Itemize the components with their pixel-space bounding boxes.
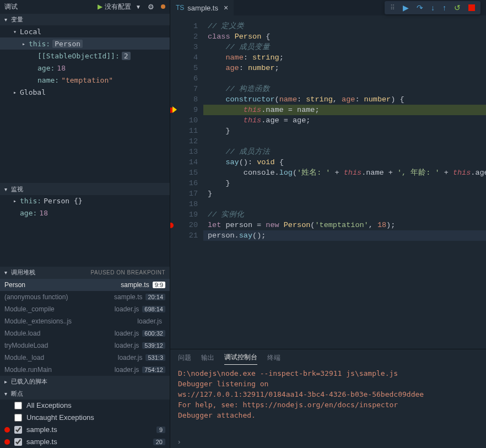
execution-pointer-icon [172, 106, 177, 113]
callstack-frame[interactable]: Personsample.ts9:9 [0, 279, 170, 291]
code-line[interactable]: } [208, 126, 486, 136]
console-line: D:\nodejs\node.exe --inspect-brk=32911 j… [178, 368, 478, 379]
callstack-frame[interactable]: Module.runMainloader.js754:12 [0, 364, 170, 376]
code-line[interactable]: age: number; [208, 63, 486, 73]
debug-toolbar[interactable]: ⠿ ▶ ↷ ↓ ↑ ↺ [385, 1, 480, 14]
breakpoint-item[interactable]: sample.ts20 [0, 436, 170, 448]
config-dropdown-icon[interactable]: ▼ [136, 4, 141, 10]
console-line: For help, see: https://nodejs.org/en/doc… [178, 400, 478, 410]
console-line: Debugger attached. [178, 410, 478, 420]
breakpoints-section-label: 断点 [11, 390, 23, 398]
breakpoint-dot-icon [4, 439, 10, 445]
var-name[interactable]: name:"temptation" [0, 74, 170, 86]
start-debug-icon[interactable]: ▶ [98, 3, 102, 10]
debug-console-prompt[interactable]: › [170, 435, 486, 448]
chevron-down-icon: ▾ [4, 17, 11, 23]
breakpoints-section-header[interactable]: ▾ 断点 [0, 387, 170, 400]
code-line[interactable]: class Person { [208, 31, 486, 42]
callstack-frame[interactable]: tryModuleLoadloader.js539:12 [0, 339, 170, 352]
panel-tab[interactable]: 输出 [201, 351, 214, 365]
breakpoints-body: All Exceptions Uncaught Exceptions sampl… [0, 400, 170, 448]
chevron-right-icon: ▸ [4, 379, 11, 385]
loaded-scripts-header[interactable]: ▸ 已载入的脚本 [0, 376, 170, 388]
debug-titlebar: 调试 ▶ 没有配置 ▼ ⚙ [0, 0, 170, 14]
callstack-section-header[interactable]: ▾ 调用堆栈 PAUSED ON BREAKPOINT [0, 267, 170, 279]
panel-tab[interactable]: 调试控制台 [224, 350, 257, 365]
callstack-frame[interactable]: Module._loadloader.js531:3 [0, 352, 170, 364]
code-line[interactable]: } [208, 188, 486, 199]
var-age[interactable]: age:18 [0, 62, 170, 74]
restart-button[interactable]: ↺ [454, 3, 461, 12]
bp-uncaught-exceptions[interactable]: Uncaught Exceptions [0, 412, 170, 424]
console-line: ws://127.0.0.1:32911/0184aa14-3bc4-4326-… [178, 389, 478, 400]
code-line[interactable]: person.say(); [203, 230, 486, 241]
code-line[interactable]: this.name = name; [203, 105, 486, 115]
callstack-frame[interactable]: Module.loadloader.js600:32 [0, 327, 170, 339]
scope-global[interactable]: ▸Global [0, 86, 170, 98]
callstack-frame[interactable]: Module._compileloader.js698:14 [0, 303, 170, 315]
code-line[interactable]: // 构造函数 [208, 84, 486, 94]
step-out-button[interactable]: ↑ [442, 3, 446, 12]
step-into-button[interactable]: ↓ [431, 3, 435, 12]
line-gutter[interactable]: 123456789101112131415161718192021 [170, 15, 203, 349]
var-this[interactable]: ▸this:Person [0, 37, 170, 50]
breakpoint-checkbox[interactable] [14, 426, 22, 434]
callstack-status: PAUSED ON BREAKPOINT [91, 269, 165, 276]
step-over-button[interactable]: ↷ [417, 3, 423, 12]
watch-item[interactable]: age:18 [0, 207, 170, 219]
watch-item[interactable]: ▸this:Person {} [0, 195, 170, 207]
code-line[interactable]: let person = new Person('temptation', 18… [208, 220, 486, 230]
typescript-file-icon: TS [176, 4, 184, 12]
close-tab-icon[interactable]: × [224, 3, 228, 12]
code-line[interactable] [208, 199, 486, 209]
code-line[interactable]: // 定义类 [208, 21, 486, 31]
breakpoint-item[interactable]: sample.ts9 [0, 424, 170, 436]
code-line[interactable]: constructor(name: string, age: number) { [208, 94, 486, 105]
bp-all-exceptions[interactable]: All Exceptions [0, 400, 170, 412]
variables-section-label: 变量 [11, 15, 23, 24]
code-content[interactable]: // 定义类class Person { // 成员变量 name: strin… [203, 15, 486, 349]
bp-uncaught-exceptions-checkbox[interactable] [14, 414, 22, 422]
code-line[interactable]: // 实例化 [208, 209, 486, 220]
tab-label: sample.ts [187, 4, 218, 12]
debug-sidebar: 调试 ▶ 没有配置 ▼ ⚙ ▾ 变量 ▾Local ▸this:Person [… [0, 0, 170, 448]
code-line[interactable]: // 成员变量 [208, 42, 486, 52]
stop-button[interactable] [468, 4, 475, 11]
main-area: TS sample.ts × ⠿ ▶ ↷ ↓ ↑ ↺ 1234567891011… [170, 0, 486, 448]
code-line[interactable]: console.log('姓名: ' + this.name + ', 年龄: … [208, 168, 486, 178]
chevron-down-icon: ▾ [4, 269, 11, 276]
variables-section-header[interactable]: ▾ 变量 [0, 14, 170, 26]
gear-icon[interactable]: ⚙ [148, 3, 154, 11]
tab-sample-ts[interactable]: TS sample.ts × [170, 0, 234, 15]
breakpoint-gutter-icon[interactable] [170, 223, 174, 228]
config-warning-icon [161, 4, 165, 9]
continue-button[interactable]: ▶ [403, 3, 409, 12]
debug-title: 调试 [4, 2, 18, 12]
code-line[interactable] [208, 136, 486, 147]
chevron-down-icon: ▾ [4, 186, 11, 192]
scope-local[interactable]: ▾Local [0, 25, 170, 37]
debug-config-label[interactable]: 没有配置 [105, 2, 131, 12]
code-line[interactable]: name: string; [208, 52, 486, 63]
code-line[interactable]: // 成员方法 [208, 147, 486, 157]
bottom-panel: 问题输出调试控制台终端 D:\nodejs\node.exe --inspect… [170, 349, 486, 448]
callstack-frame[interactable]: Module._extensions..jsloader.js [0, 315, 170, 327]
console-line: Debugger listening on [178, 379, 478, 389]
panel-tab[interactable]: 终端 [267, 351, 280, 365]
callstack-section-label: 调用堆栈 [11, 268, 35, 277]
code-line[interactable]: this.age = age; [208, 115, 486, 126]
drag-grip-icon[interactable]: ⠿ [390, 4, 395, 12]
code-line[interactable] [208, 73, 486, 84]
panel-tab[interactable]: 问题 [178, 351, 191, 365]
breakpoint-checkbox[interactable] [14, 438, 22, 446]
callstack-body: Personsample.ts9:9(anonymous function)sa… [0, 279, 170, 376]
breakpoint-dot-icon [4, 427, 10, 433]
code-editor[interactable]: 123456789101112131415161718192021 // 定义类… [170, 15, 486, 349]
code-line[interactable]: say(): void { [208, 157, 486, 168]
var-stableobjectid[interactable]: [[StableObjectId]]:2 [0, 50, 170, 62]
callstack-frame[interactable]: (anonymous function)sample.ts20:14 [0, 291, 170, 303]
watch-section-label: 监视 [11, 185, 23, 193]
bp-all-exceptions-checkbox[interactable] [14, 402, 22, 409]
watch-section-header[interactable]: ▾ 监视 [0, 183, 170, 195]
code-line[interactable]: } [208, 178, 486, 188]
